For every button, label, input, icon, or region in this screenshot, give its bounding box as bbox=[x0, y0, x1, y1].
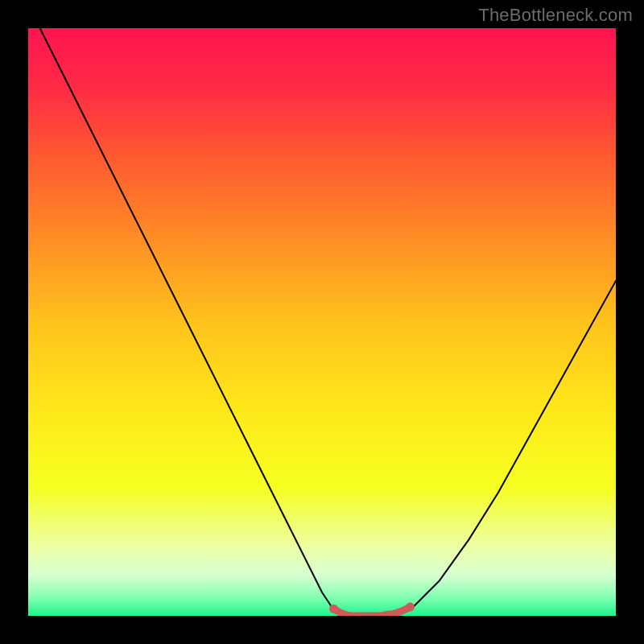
plot-area bbox=[28, 28, 616, 616]
sweet-spot-endpoint bbox=[406, 603, 415, 612]
chart-frame: TheBottleneck.com bbox=[0, 0, 644, 644]
sweet-spot-endpoint bbox=[329, 605, 338, 613]
chart-svg bbox=[28, 28, 616, 616]
watermark-text: TheBottleneck.com bbox=[478, 5, 633, 26]
gradient-background bbox=[28, 28, 616, 616]
